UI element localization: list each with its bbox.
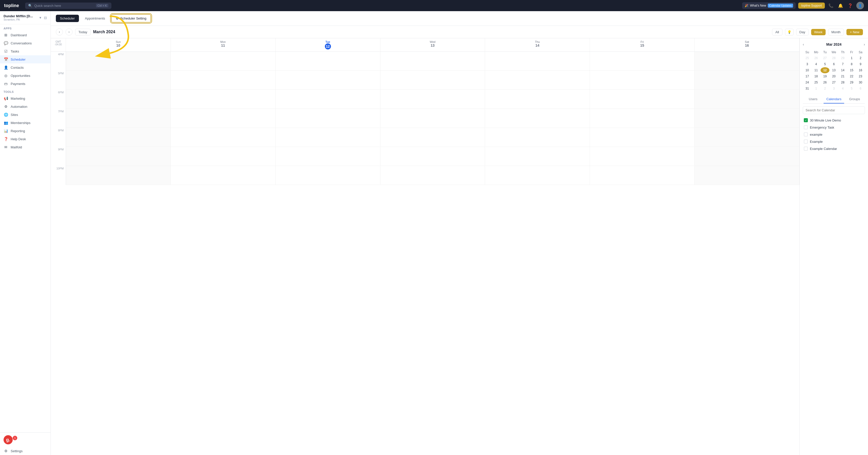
calendar-cell[interactable] [485,166,590,185]
sidebar-item-scheduler[interactable]: 📅 Scheduler [0,55,51,63]
calendar-cell[interactable] [66,90,171,109]
mini-cal-day[interactable]: 29 [838,55,847,61]
calendar-cell[interactable] [590,166,695,185]
calendar-cell[interactable] [276,52,380,71]
mini-cal-day[interactable]: 3 [830,86,838,92]
calendar-cell[interactable] [485,128,590,147]
next-nav-button[interactable]: › [65,28,72,35]
calendar-checkbox[interactable] [804,147,808,151]
calendar-cell[interactable] [695,166,800,185]
list-item[interactable]: example [803,131,865,138]
calendar-cell[interactable] [171,166,276,185]
mini-cal-day[interactable]: 25 [812,79,820,86]
avatar[interactable]: 👤 [856,2,864,9]
calendar-cell[interactable] [276,71,380,90]
calendar-cell[interactable] [695,147,800,166]
calendar-cell[interactable] [590,109,695,128]
mini-cal-day[interactable]: 21 [838,73,847,79]
view-week-button[interactable]: Week [811,29,826,35]
mini-cal-day[interactable]: 3 [803,61,812,67]
prev-nav-button[interactable]: ‹ [56,28,63,35]
sidebar-item-payments[interactable]: 🗃 Payments [0,79,51,88]
calendar-cell[interactable] [695,109,800,128]
calendar-cell[interactable] [276,147,380,166]
mini-cal-day[interactable]: 5 [847,86,856,92]
calendar-cell[interactable] [171,109,276,128]
mini-cal-day[interactable]: 25 [803,55,812,61]
calendar-checkbox[interactable] [804,139,808,143]
calendar-cell[interactable] [695,128,800,147]
calendar-cell[interactable] [590,71,695,90]
tab-appointments[interactable]: Appointments [81,15,110,22]
calendar-cell[interactable] [171,128,276,147]
calendar-checkbox[interactable]: ✓ [804,118,808,122]
support-button[interactable]: topline Support [798,3,825,9]
calendar-cell[interactable] [695,90,800,109]
calendar-checkbox[interactable] [804,132,808,136]
phone-icon[interactable]: 📞 [827,2,835,9]
list-item[interactable]: ✓30 Minute Live Demo [803,117,865,124]
mini-cal-day[interactable]: 12 [820,67,830,73]
mini-cal-day[interactable]: 27 [830,79,838,86]
calendar-cell[interactable] [590,52,695,71]
list-item[interactable]: Example [803,138,865,145]
mini-cal-day[interactable]: 1 [812,86,820,92]
sidebar-item-marketing[interactable]: 📢 Marketing [0,94,51,102]
sidebar-item-opportunities[interactable]: ◎ Opportunities [0,71,51,79]
calendar-cell[interactable] [380,71,485,90]
list-item[interactable]: Emergency Task [803,124,865,131]
calendar-cell[interactable] [380,109,485,128]
mini-cal-day[interactable]: 30 [856,79,865,86]
panel-tab-calendars[interactable]: Calendars [824,95,844,103]
mini-cal-day[interactable]: 1 [847,55,856,61]
calendar-cell[interactable] [695,71,800,90]
calendar-cell[interactable] [485,90,590,109]
sidebar-item-reporting[interactable]: 📊 Reporting [0,127,51,135]
mini-cal-day[interactable]: 19 [820,73,830,79]
calendar-cell[interactable] [171,71,276,90]
mini-cal-day[interactable]: 2 [820,86,830,92]
help-icon[interactable]: ❓ [847,2,854,9]
mini-cal-day[interactable]: 29 [847,79,856,86]
calendar-cell[interactable] [276,128,380,147]
mini-cal-day[interactable]: 10 [803,67,812,73]
sidebar-item-help-desk[interactable]: ❓ Help Desk [0,135,51,143]
tab-scheduler[interactable]: Scheduler [56,15,79,22]
sidebar-item-g-notification[interactable]: g. 1 [0,433,51,447]
sidebar-item-mailfold[interactable]: ✉ Mailfold [0,143,51,151]
mini-cal-day[interactable]: 6 [856,86,865,92]
calendar-cell[interactable] [485,109,590,128]
workspace-selector[interactable]: Dunder Mifflin [D... Scranton, PA ▼ ⊟ [0,11,51,24]
view-month-button[interactable]: Month [828,29,844,35]
calendar-cell[interactable] [485,147,590,166]
panel-tab-users[interactable]: Users [803,95,824,103]
calendar-cell[interactable] [276,109,380,128]
mini-cal-day[interactable]: 27 [820,55,830,61]
bell-icon[interactable]: 🔔 [837,2,844,9]
mini-cal-prev[interactable]: ‹ [803,42,804,46]
mini-cal-next[interactable]: › [864,42,865,46]
calendar-cell[interactable] [276,90,380,109]
sidebar-item-tasks[interactable]: ☑ Tasks [0,47,51,55]
calendar-cell[interactable] [380,166,485,185]
tab-scheduler-settings[interactable]: ⚙ Scheduler Setting [111,14,151,23]
sidebar-item-sites[interactable]: 🌐 Sites [0,110,51,119]
mini-cal-day[interactable]: 4 [812,61,820,67]
calendar-cell[interactable] [171,147,276,166]
calendar-checkbox[interactable] [804,125,808,129]
list-item[interactable]: Example Calendar [803,145,865,152]
mini-cal-day[interactable]: 14 [838,67,847,73]
mini-cal-day[interactable]: 11 [812,67,820,73]
calendar-cell[interactable] [380,147,485,166]
sidebar-item-memberships[interactable]: 👥 Memberships [0,119,51,127]
calendar-cell[interactable] [485,52,590,71]
mini-cal-day[interactable]: 15 [847,67,856,73]
mini-cal-day[interactable]: 5 [820,61,830,67]
new-event-button[interactable]: + New [846,29,863,35]
calendar-cell[interactable] [171,52,276,71]
mini-cal-day[interactable]: 6 [830,61,838,67]
calendar-cell[interactable] [590,128,695,147]
mini-cal-day[interactable]: 4 [838,86,847,92]
calendar-cell[interactable] [66,166,171,185]
sidebar-item-settings[interactable]: ⚙ Settings [0,447,51,455]
